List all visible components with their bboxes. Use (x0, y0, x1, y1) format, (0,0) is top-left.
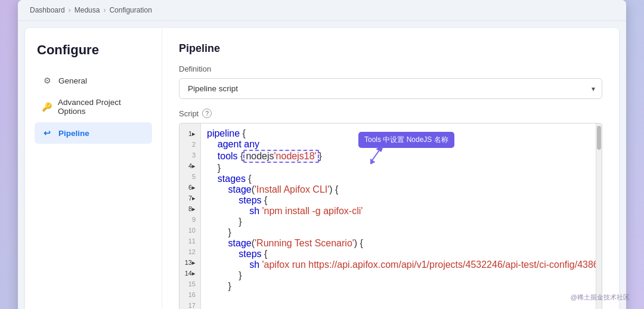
breadcrumb-medusa[interactable]: Medusa (75, 6, 100, 14)
line-num: 16 (179, 289, 200, 300)
breadcrumb: Dashboard › Medusa › Configuration (18, 0, 626, 21)
line-num: 5 (179, 171, 200, 182)
tooltip-arrow (370, 146, 394, 164)
sidebar-item-label: Advanced Project Options (58, 98, 145, 116)
pipeline-icon: ↩ (42, 128, 52, 138)
svg-line-0 (370, 146, 382, 163)
line-num: 11 (179, 236, 200, 246)
line-num: 8▸ (179, 203, 200, 214)
definition-select[interactable]: Pipeline script (179, 78, 602, 99)
line-numbers: 1▸ 2 3 4▸ 5 6▸ 7▸ 8▸ 9 10 11 12 (179, 123, 201, 309)
code-line: tools {nodejs'nodejs18'} (201, 150, 596, 163)
script-section: Script ? Tools 中设置 NodeJS 名称 (179, 109, 602, 309)
line-num: 7▸ (179, 193, 200, 203)
script-label-text: Script (179, 109, 199, 118)
code-line: } (201, 270, 596, 281)
sidebar: Configure ⚙ General 🔑 Advanced Project O… (25, 28, 162, 309)
line-num: 12 (179, 246, 200, 257)
scrollbar-thumb-y (597, 126, 601, 150)
code-line: steps { (201, 249, 596, 259)
line-num: 13▸ (179, 257, 200, 268)
definition-label: Definition (179, 64, 602, 73)
sidebar-item-pipeline[interactable]: ↩ Pipeline (35, 122, 152, 144)
line-num: 15 (179, 279, 200, 289)
line-num: 3 (179, 150, 200, 160)
line-num: 1▸ (179, 128, 200, 139)
script-label-row: Script ? (179, 109, 602, 118)
definition-select-wrapper: Pipeline script ▾ (179, 78, 602, 99)
line-num: 2 (179, 139, 200, 150)
sidebar-item-advanced[interactable]: 🔑 Advanced Project Options (35, 92, 152, 121)
line-num: 6▸ (179, 182, 200, 193)
line-num: 10 (179, 225, 200, 236)
breadcrumb-dashboard[interactable]: Dashboard (30, 6, 65, 14)
breadcrumb-configuration: Configuration (109, 6, 151, 14)
scrollbar-y[interactable] (596, 123, 602, 309)
code-line: stages { (201, 174, 596, 184)
code-line: } (201, 163, 596, 174)
content-area: Pipeline Definition Pipeline script ▾ Sc… (162, 28, 619, 309)
code-line: } (201, 227, 596, 238)
wrench-icon: 🔑 (42, 101, 52, 112)
sidebar-item-label: General (58, 76, 87, 85)
watermark: @稀土掘金技术社区 (571, 293, 630, 302)
help-icon[interactable]: ? (202, 109, 212, 118)
code-line: stage('Install Apifox CLI') { (201, 184, 596, 195)
line-num: 14▸ (179, 268, 200, 279)
code-editor-wrapper: Tools 中设置 NodeJS 名称 1▸ 2 (179, 123, 602, 309)
line-num: 17 (179, 300, 200, 309)
line-num: 9 (179, 214, 200, 225)
gear-icon: ⚙ (42, 75, 52, 86)
definition-select-value: Pipeline script (188, 84, 238, 93)
code-line: steps { (201, 195, 596, 206)
sidebar-item-label: Pipeline (58, 129, 89, 138)
line-num: 4▸ (179, 160, 200, 171)
code-line: sh 'apifox run https://api.apifox.com/ap… (201, 259, 596, 270)
code-line: } (201, 217, 596, 227)
sidebar-title: Configure (35, 42, 152, 58)
sidebar-item-general[interactable]: ⚙ General (35, 70, 152, 91)
code-line: sh 'npm install -g apifox-cli' (201, 206, 596, 217)
code-lines[interactable]: pipeline { agent any tools {nodejs'nodej… (201, 123, 596, 309)
section-title: Pipeline (179, 42, 602, 55)
tooltip-bubble: Tools 中设置 NodeJS 名称 (358, 132, 454, 148)
code-line: stage('Running Test Scenario') { (201, 238, 596, 249)
code-line: } (201, 281, 596, 292)
